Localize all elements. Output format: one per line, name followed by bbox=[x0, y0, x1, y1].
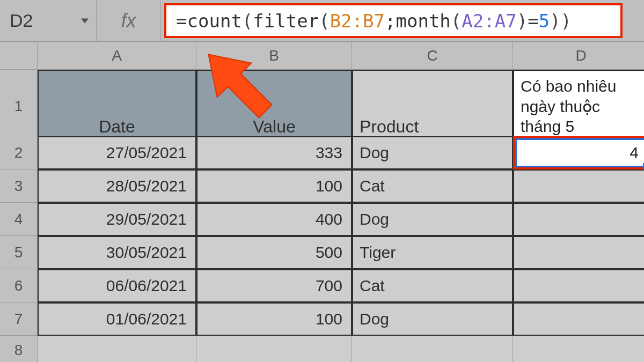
header-value[interactable]: Value bbox=[196, 70, 352, 143]
cell-d5[interactable] bbox=[513, 236, 644, 269]
col-header-a[interactable]: A bbox=[38, 42, 196, 70]
row-header-6[interactable]: 6 bbox=[0, 269, 38, 302]
cell-a6[interactable]: 06/06/2021 bbox=[38, 269, 196, 302]
row-header-2[interactable]: 2 bbox=[0, 136, 38, 169]
cell-b8[interactable] bbox=[196, 336, 352, 362]
cell-a4[interactable]: 29/05/2021 bbox=[38, 203, 196, 236]
formula-input[interactable]: =count(filter(B2:B7;month(A2:A7)=5)) bbox=[164, 3, 623, 38]
header-date[interactable]: Date bbox=[38, 70, 196, 143]
fx-label[interactable]: fx bbox=[97, 0, 161, 41]
row-header-8[interactable]: 8 bbox=[0, 336, 38, 362]
col-header-d[interactable]: D bbox=[513, 42, 644, 70]
cell-reference: D2 bbox=[10, 10, 33, 31]
cell-a3[interactable]: 28/05/2021 bbox=[38, 169, 196, 203]
cell-d3[interactable] bbox=[513, 169, 644, 203]
cell-d7[interactable] bbox=[513, 302, 644, 336]
col-header-c[interactable]: C bbox=[352, 42, 513, 70]
row-7: 7 01/06/2021 100 Dog bbox=[0, 302, 644, 336]
row-4: 4 29/05/2021 400 Dog bbox=[0, 203, 644, 236]
cell-b6[interactable]: 700 bbox=[196, 269, 352, 302]
row-6: 6 06/06/2021 700 Cat bbox=[0, 269, 644, 302]
header-question[interactable]: Có bao nhiêu ngày thuộc tháng 5 bbox=[513, 70, 644, 143]
row-3: 3 28/05/2021 100 Cat bbox=[0, 169, 644, 203]
chevron-down-icon[interactable] bbox=[81, 18, 89, 23]
column-headers: A B C D bbox=[0, 42, 644, 70]
row-header-7[interactable]: 7 bbox=[0, 302, 38, 336]
col-header-b[interactable]: B bbox=[196, 42, 352, 70]
corner-cell[interactable] bbox=[0, 42, 38, 70]
row-5: 5 30/05/2021 500 Tiger bbox=[0, 236, 644, 269]
cell-b4[interactable]: 400 bbox=[196, 203, 352, 236]
cell-a8[interactable] bbox=[38, 336, 196, 362]
cell-a2[interactable]: 27/05/2021 bbox=[38, 136, 196, 169]
cell-a5[interactable]: 30/05/2021 bbox=[38, 236, 196, 269]
formula-bar-row: D2 fx =count(filter(B2:B7;month(A2:A7)=5… bbox=[0, 0, 644, 42]
spreadsheet-grid: A B C D 1 Date Value Product Có bao nhiê… bbox=[0, 42, 644, 362]
header-product[interactable]: Product bbox=[352, 70, 513, 143]
row-header-5[interactable]: 5 bbox=[0, 236, 38, 269]
cell-c6[interactable]: Cat bbox=[352, 269, 513, 302]
cell-c2[interactable]: Dog bbox=[352, 136, 513, 169]
cell-d2-selected[interactable]: 4 bbox=[513, 136, 644, 169]
row-header-4[interactable]: 4 bbox=[0, 203, 38, 236]
row-1: 1 Date Value Product Có bao nhiêu ngày t… bbox=[0, 70, 644, 136]
cell-a7[interactable]: 01/06/2021 bbox=[38, 302, 196, 336]
cell-b2[interactable]: 333 bbox=[196, 136, 352, 169]
row-8: 8 bbox=[0, 336, 644, 362]
row-2: 2 27/05/2021 333 Dog 4 bbox=[0, 136, 644, 169]
cell-d4[interactable] bbox=[513, 203, 644, 236]
row-header-3[interactable]: 3 bbox=[0, 169, 38, 203]
cell-d6[interactable] bbox=[513, 269, 644, 302]
cell-c3[interactable]: Cat bbox=[352, 169, 513, 203]
cell-c7[interactable]: Dog bbox=[352, 302, 513, 336]
cell-c4[interactable]: Dog bbox=[352, 203, 513, 236]
cell-b5[interactable]: 500 bbox=[196, 236, 352, 269]
cell-c5[interactable]: Tiger bbox=[352, 236, 513, 269]
cell-d8[interactable] bbox=[513, 336, 644, 362]
cell-b7[interactable]: 100 bbox=[196, 302, 352, 336]
name-box[interactable]: D2 bbox=[0, 0, 97, 41]
row-header-1[interactable]: 1 bbox=[0, 70, 38, 143]
cell-b3[interactable]: 100 bbox=[196, 169, 352, 203]
cell-c8[interactable] bbox=[352, 336, 513, 362]
